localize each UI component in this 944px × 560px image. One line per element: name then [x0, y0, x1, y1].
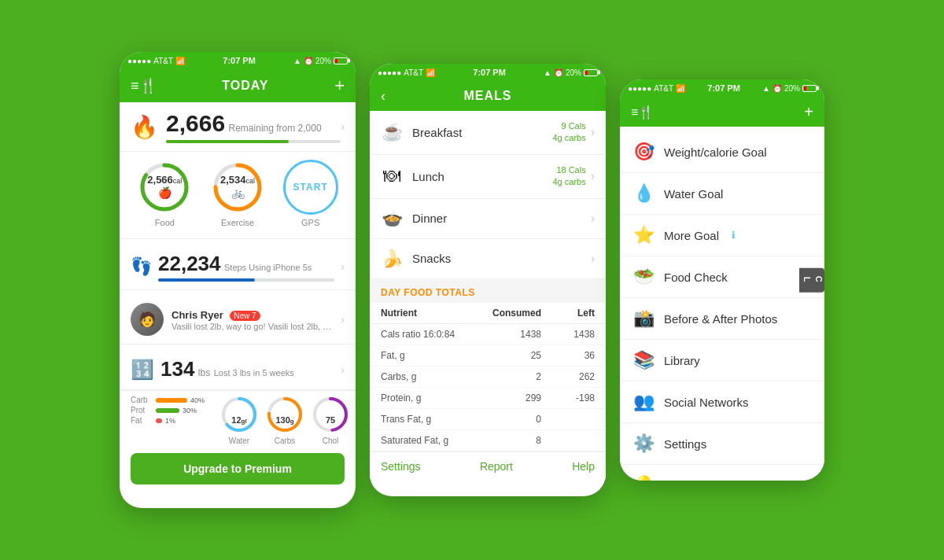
calories-label: Remaining from 2,000 — [229, 123, 322, 134]
weight-row[interactable]: 🔢 134 lbs Lost 3 lbs in 5 weeks › — [120, 349, 356, 390]
sender-name: Chris Ryer — [171, 309, 223, 321]
lunch-chevron: › — [591, 169, 595, 183]
nutrient-left-3: -198 — [541, 392, 595, 403]
nutrient-row-3: Protein, g 299 -198 — [370, 388, 606, 409]
tips-label: Tips & Tricks — [664, 479, 731, 481]
meals-alarm: ⏰ — [554, 68, 563, 77]
close-button[interactable]: CLOSE — [799, 268, 824, 293]
signal-dots: ●●●●● — [127, 57, 151, 65]
steps-info: 22,234 Steps Using iPhone 5s — [158, 252, 334, 282]
more-goal-icon: ⭐ — [632, 225, 655, 245]
nutrient-consumed-1: 25 — [488, 350, 541, 361]
weight-icon: 🔢 — [131, 359, 154, 381]
food-ring-item[interactable]: 2,566cal 🍎 Food — [131, 160, 199, 227]
status-right: ▲ ⏰ 20% — [293, 57, 348, 65]
menu-signal: ●●●●● — [628, 84, 651, 93]
report-link[interactable]: Report — [480, 460, 513, 473]
start-button[interactable]: START — [283, 160, 338, 215]
nutrient-row-5: Saturated Fat, g 8 — [370, 430, 606, 451]
weight-goal-icon: 🎯 — [632, 142, 655, 162]
settings-label: Settings — [664, 437, 706, 451]
chol-circle[interactable]: 75 Chol — [312, 396, 349, 445]
message-text: Vasili lost 2lb, way to go! Vasili lost … — [171, 322, 333, 331]
breakfast-chevron: › — [591, 125, 595, 139]
macro-fat-pct: 1% — [165, 417, 175, 425]
calories-row[interactable]: 🔥 2,666 Remaining from 2,000 › — [120, 102, 356, 152]
macro-prot-bar — [156, 408, 179, 413]
dinner-chevron: › — [591, 212, 595, 226]
macro-carb-pct: 40% — [190, 396, 205, 404]
divider-4 — [620, 297, 824, 298]
exercise-ring-item[interactable]: 2,534cal 🚲 Exercise — [204, 160, 272, 227]
lunch-item[interactable]: 🍽 Lunch 18 Cals 4g carbs › — [370, 155, 606, 199]
main-status-bar: ●●●●● AT&T 📶 7:07 PM ▲ ⏰ 20% — [120, 52, 356, 69]
snacks-item[interactable]: 🍌 Snacks › — [370, 239, 606, 279]
menu-battery-pct: 20% — [784, 84, 800, 93]
steps-icon: 👣 — [131, 256, 152, 277]
meals-signal: ●●●●● — [378, 68, 401, 77]
library-icon: 📚 — [632, 350, 655, 370]
breakfast-carb-val: 4g carbs — [552, 132, 585, 144]
social-icon: 👥 — [632, 392, 655, 412]
exercise-label: Exercise — [204, 218, 272, 227]
menu-item-tips[interactable]: 💡 Tips & Tricks — [620, 466, 824, 481]
gps-ring-item[interactable]: START GPS — [276, 160, 345, 227]
message-header: Chris Ryer New 7 — [171, 308, 333, 322]
breakfast-item[interactable]: ☕ Breakfast 9 Cals 4g carbs › — [370, 111, 606, 155]
nutrient-name-2: Carbs, g — [381, 371, 488, 382]
nutrient-consumed-5: 8 — [488, 435, 541, 446]
avatar: 🧑 — [131, 303, 164, 336]
steps-row[interactable]: 👣 22,234 Steps Using iPhone 5s › — [120, 244, 356, 290]
food-ring: 2,566cal 🍎 — [137, 160, 192, 215]
nutrient-left-0: 1438 — [541, 329, 595, 340]
weight-goal-label: Weight/calorie Goal — [664, 146, 767, 159]
steps-bar — [158, 278, 334, 282]
nutrient-consumed-0: 1438 — [488, 329, 541, 340]
nutrients-header: Nutrient Consumed Left — [370, 303, 606, 324]
meals-status-bar: ●●●●● AT&T 📶 7:07 PM ▲ ⏰ 20% — [370, 64, 606, 81]
menu-item-before-after[interactable]: 📸 Before & After Photos — [620, 300, 824, 337]
water-value: 12gl — [220, 403, 258, 437]
menu-loc: ▲ — [762, 84, 770, 93]
macro-fat: Fat 1% — [131, 416, 205, 425]
water-circle[interactable]: 12gl Water — [220, 396, 258, 445]
menu-item-library[interactable]: 📚 Library — [620, 341, 824, 379]
upgrade-button[interactable]: Upgrade to Premium — [131, 453, 345, 484]
menu-item-social[interactable]: 👥 Social Networks — [620, 383, 824, 421]
help-link[interactable]: Help — [572, 460, 595, 473]
mini-circles: 12gl Water 130g Carbs — [220, 396, 349, 445]
nutrient-row-1: Fat, g 25 36 — [370, 345, 606, 367]
exercise-value: 2,534cal — [220, 175, 255, 186]
nutrient-row-0: Cals ratio 16:0:84 1438 1438 — [370, 324, 606, 345]
col-left: Left — [541, 308, 595, 319]
dinner-item[interactable]: 🍲 Dinner › — [370, 199, 606, 239]
weight-info: 134 lbs Lost 3 lbs in 5 weeks — [160, 357, 334, 381]
menu-item-water-goal[interactable]: 💧 Water Goal — [620, 175, 824, 212]
message-row[interactable]: 🧑 Chris Ryer New 7 Vasili lost 2lb, way … — [120, 295, 356, 344]
water-goal-icon: 💧 — [632, 183, 655, 204]
menu-item-more-goal[interactable]: ⭐ More Goal ℹ — [620, 216, 824, 254]
macro-carb: Carb 40% — [131, 396, 205, 404]
menu-item-weight-goal[interactable]: 🎯 Weight/calorie Goal — [620, 133, 824, 171]
steps-chevron: › — [341, 260, 345, 273]
weight-unit: lbs — [198, 367, 210, 378]
meals-time: 7:07 PM — [473, 68, 506, 77]
nutrients-table: Nutrient Consumed Left Cals ratio 16:0:8… — [370, 303, 606, 451]
exercise-ring-inner: 2,534cal 🚲 — [220, 175, 255, 200]
before-after-label: Before & After Photos — [664, 312, 777, 326]
menu-plus[interactable]: + — [804, 103, 813, 121]
menu-alarm: ⏰ — [773, 84, 782, 93]
divider-6 — [620, 381, 824, 381]
chol-value: 75 — [312, 403, 349, 437]
back-button[interactable]: ‹ — [381, 88, 385, 105]
settings-link[interactable]: Settings — [381, 460, 421, 473]
menu-time: 7:07 PM — [707, 83, 740, 93]
divider-5 — [620, 339, 824, 340]
add-button[interactable]: + — [334, 76, 345, 96]
menu-item-settings[interactable]: ⚙️ Settings — [620, 425, 824, 462]
menu-icon[interactable]: ≡🍴 — [131, 77, 157, 94]
divider-8 — [620, 464, 824, 465]
water-goal-label: Water Goal — [664, 187, 723, 201]
meals-carrier: AT&T — [404, 68, 423, 77]
carbs-circle[interactable]: 130g Carbs — [266, 396, 304, 445]
